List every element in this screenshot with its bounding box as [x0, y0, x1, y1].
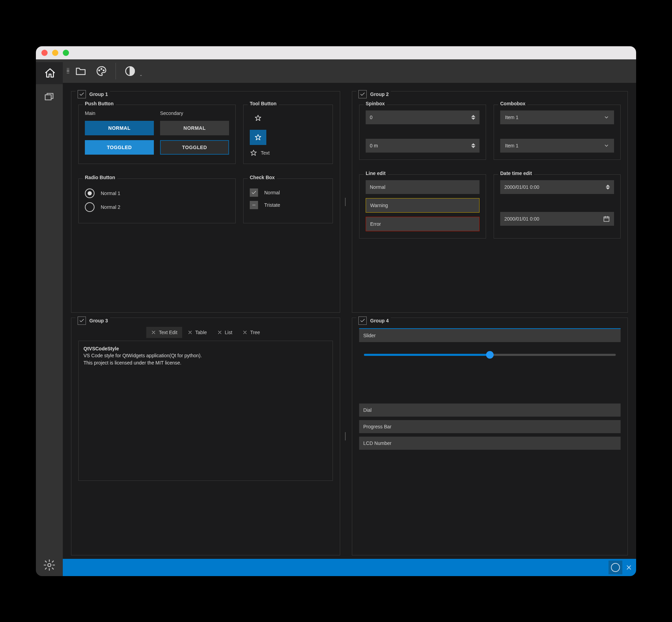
content-area: Group 1 Push Button Main [63, 83, 636, 559]
fieldset-check-box: Check Box Normal Tristate [243, 178, 333, 223]
close-icon[interactable] [151, 330, 156, 335]
accordion-slider-header[interactable]: Slider [359, 328, 621, 342]
svg-point-3 [101, 68, 102, 69]
activity-settings[interactable] [36, 554, 63, 576]
slider[interactable] [364, 354, 616, 356]
tool-button-star[interactable] [250, 110, 266, 126]
tool-button-text-label: Text [261, 150, 270, 156]
accordion: Slider Dial [359, 328, 621, 450]
checkbox-normal[interactable]: Normal [250, 188, 326, 197]
toolbar-grip[interactable]: ⠿⠿ [66, 69, 69, 73]
toolbar-palette[interactable] [92, 63, 111, 79]
fieldset-spinbox: Spinbox 0 0 m [359, 105, 486, 160]
tab-tree[interactable]: Tree [238, 327, 265, 338]
secondary-toggled-button[interactable]: TOGGLED [160, 140, 229, 155]
spin-up-icon[interactable] [606, 185, 610, 187]
app-window: ⠿⠿ ⌄ [36, 46, 636, 576]
splitter-1[interactable] [344, 91, 347, 313]
status-indicator[interactable] [609, 561, 622, 574]
close-icon[interactable] [243, 330, 247, 335]
accordion-slider: Slider [359, 328, 621, 400]
main-toggled-button[interactable]: TOGGLED [85, 140, 154, 155]
lineedit-error[interactable]: Error [366, 217, 480, 231]
spin-down-icon[interactable] [471, 146, 475, 148]
status-bar [63, 559, 636, 576]
fieldset-radio-button: Radio Button Normal 1 Normal 2 [78, 178, 236, 223]
combobox-2[interactable]: Item 1 [500, 139, 614, 153]
toolbar-contrast-dropdown[interactable]: ⌄ [139, 72, 142, 77]
spinbox-label: Spinbox [364, 101, 387, 106]
accordion-progress-header[interactable]: Progress Bar [359, 420, 621, 433]
push-button-main-header: Main [85, 110, 154, 116]
group-3-title: Group 3 [89, 318, 108, 323]
check-box-label: Check Box [248, 175, 277, 180]
secondary-normal-button[interactable]: NORMAL [160, 121, 229, 135]
activity-home[interactable] [36, 62, 63, 84]
lineedit-warning[interactable]: Warning [366, 198, 480, 213]
spin-up-icon[interactable] [471, 143, 475, 145]
titlebar [36, 46, 636, 59]
group-2-title: Group 2 [370, 91, 389, 97]
tool-button-star-active[interactable] [250, 130, 266, 145]
toolbar-open-folder[interactable] [71, 63, 90, 79]
windows-stack-icon [44, 91, 55, 102]
activity-bar [36, 59, 63, 576]
tab-table[interactable]: Table [183, 327, 211, 338]
push-button-secondary-header: Secondary [160, 110, 229, 116]
datetime-calendar[interactable]: 2000/01/01 0:00 [500, 212, 614, 226]
lineedit-normal[interactable]: Normal [366, 180, 480, 194]
toolbar-contrast[interactable] [121, 63, 139, 79]
toolbar: ⠿⠿ ⌄ [63, 59, 636, 83]
group-2-checkbox[interactable] [358, 90, 367, 98]
svg-point-1 [48, 563, 51, 566]
accordion-progress: Progress Bar [359, 420, 621, 433]
tab-bar: Text Edit Table List [78, 327, 333, 338]
fieldset-datetime: Date time edit 2000/01/01 0:00 2000/01/0… [494, 174, 621, 239]
spin-down-icon[interactable] [606, 187, 610, 189]
fieldset-tool-button: Tool Button [243, 105, 333, 164]
traffic-light-close[interactable] [41, 50, 48, 56]
traffic-light-minimize[interactable] [52, 50, 58, 56]
group-1: Group 1 Push Button Main [71, 91, 340, 313]
tool-button-star-text[interactable]: Text [250, 149, 326, 157]
spinbox-unit[interactable]: 0 m [366, 139, 480, 153]
group-4-title: Group 4 [370, 318, 389, 323]
folder-icon [75, 65, 87, 77]
text-edit-area[interactable]: QtVSCodeStyle VS Code style for QtWidget… [78, 341, 333, 481]
traffic-light-zoom[interactable] [63, 50, 69, 56]
group-3-checkbox[interactable] [78, 317, 86, 325]
group-4-checkbox[interactable] [358, 317, 367, 325]
close-icon[interactable] [188, 330, 192, 335]
group-1-checkbox[interactable] [78, 90, 86, 98]
status-close-button[interactable] [626, 564, 632, 571]
checkbox-tristate[interactable]: Tristate [250, 201, 326, 209]
star-icon [254, 134, 262, 141]
fieldset-combobox: Combobox Item 1 Item 1 [494, 105, 621, 160]
fieldset-push-button: Push Button Main NORMAL TOGGLED [78, 105, 236, 164]
accordion-dial-header[interactable]: Dial [359, 404, 621, 417]
tab-list[interactable]: List [213, 327, 237, 338]
group-2: Group 2 Spinbox 0 [352, 91, 628, 313]
accordion-dial: Dial [359, 404, 621, 417]
combobox-1[interactable]: Item 1 [500, 110, 614, 124]
activity-windows[interactable] [36, 86, 63, 108]
radio-normal-2[interactable]: Normal 2 [85, 202, 229, 212]
datetime-spin[interactable]: 2000/01/01 0:00 [500, 180, 614, 194]
svg-point-4 [103, 70, 104, 71]
slider-thumb[interactable] [486, 351, 494, 359]
spin-up-icon[interactable] [471, 115, 475, 117]
close-icon[interactable] [217, 330, 222, 335]
radio-button-label: Radio Button [83, 175, 117, 180]
tab-text-edit[interactable]: Text Edit [146, 327, 182, 338]
star-icon [250, 149, 257, 157]
combobox-label: Combobox [498, 101, 527, 106]
fieldset-line-edit: Line edit Normal Warning Error [359, 174, 486, 239]
accordion-lcd-header[interactable]: LCD Number [359, 437, 621, 450]
tool-button-label: Tool Button [248, 101, 279, 106]
spin-down-icon[interactable] [471, 118, 475, 120]
radio-normal-1[interactable]: Normal 1 [85, 188, 229, 198]
splitter-2[interactable] [344, 318, 347, 555]
main-normal-button[interactable]: NORMAL [85, 121, 154, 135]
spinbox-int[interactable]: 0 [366, 110, 480, 124]
chevron-down-icon [604, 143, 609, 148]
